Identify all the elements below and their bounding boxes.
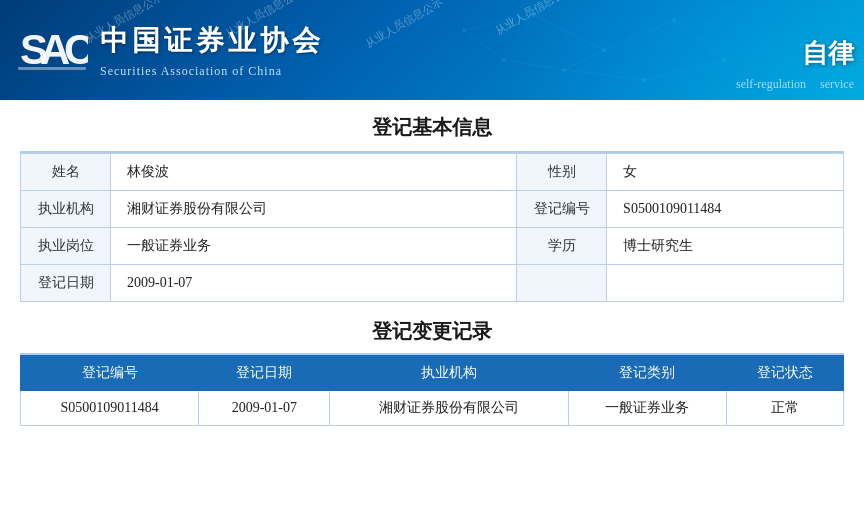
- label-institution: 执业机构: [21, 191, 111, 228]
- table-row: 姓名 林俊波 性别 女: [21, 154, 844, 191]
- svg-line-16: [504, 15, 534, 60]
- label-empty: [517, 265, 607, 302]
- records-header-row: 登记编号 登记日期 执业机构 登记类别 登记状态: [21, 356, 844, 391]
- value-institution: 湘财证券股份有限公司: [111, 191, 517, 228]
- service-link[interactable]: service: [820, 77, 854, 92]
- records-section: 登记变更记录 登记编号 登记日期 执业机构 登记类别 登记状态 S0500109…: [20, 308, 844, 426]
- records-title: 登记变更记录: [20, 308, 844, 355]
- label-name: 姓名: [21, 154, 111, 191]
- page-header: S A C 中国证券业协会 Securities Association of …: [0, 0, 864, 100]
- table-cell: S0500109011484: [21, 391, 199, 426]
- table-row: 登记日期 2009-01-07: [21, 265, 844, 302]
- value-reg-date: 2009-01-07: [111, 265, 517, 302]
- records-table: 登记编号 登记日期 执业机构 登记类别 登记状态 S05001090114842…: [20, 355, 844, 426]
- svg-line-14: [564, 70, 644, 80]
- table-row: S05001090114842009-01-07湘财证券股份有限公司一般证券业务…: [21, 391, 844, 426]
- svg-line-13: [504, 60, 564, 70]
- table-cell: 湘财证券股份有限公司: [330, 391, 569, 426]
- basic-info-table: 姓名 林俊波 性别 女 执业机构 湘财证券股份有限公司 登记编号 S050010…: [20, 153, 844, 302]
- col-reg-date: 登记日期: [199, 356, 330, 391]
- svg-line-15: [564, 50, 604, 70]
- table-cell: 正常: [726, 391, 843, 426]
- svg-line-8: [464, 15, 534, 30]
- col-institution: 执业机构: [330, 356, 569, 391]
- table-row: 执业机构 湘财证券股份有限公司 登记编号 S0500109011484: [21, 191, 844, 228]
- label-reg-no: 登记编号: [517, 191, 607, 228]
- header-slogan: 自律: [802, 36, 854, 71]
- label-position: 执业岗位: [21, 228, 111, 265]
- org-name-cn: 中国证券业协会: [100, 22, 324, 60]
- header-right: 自律 self-regulation service: [644, 0, 864, 100]
- label-gender: 性别: [517, 154, 607, 191]
- value-reg-no: S0500109011484: [607, 191, 844, 228]
- value-position: 一般证券业务: [111, 228, 517, 265]
- svg-line-9: [534, 15, 604, 50]
- value-empty: [607, 265, 844, 302]
- svg-line-12: [464, 30, 504, 60]
- main-content: 登记基本信息 姓名 林俊波 性别 女 执业机构 湘财证券股份有限公司 登记编号 …: [0, 100, 864, 426]
- svg-rect-21: [18, 67, 86, 70]
- table-cell: 2009-01-07: [199, 391, 330, 426]
- basic-info-title: 登记基本信息: [20, 100, 844, 153]
- col-reg-no: 登记编号: [21, 356, 199, 391]
- org-name-en: Securities Association of China: [100, 64, 324, 79]
- table-row: 执业岗位 一般证券业务 学历 博士研究生: [21, 228, 844, 265]
- col-reg-status: 登记状态: [726, 356, 843, 391]
- header-links: self-regulation service: [736, 77, 854, 92]
- table-cell: 一般证券业务: [568, 391, 726, 426]
- org-name: 中国证券业协会 Securities Association of China: [100, 22, 324, 79]
- sac-logo-icon: S A C: [18, 20, 88, 80]
- value-name: 林俊波: [111, 154, 517, 191]
- value-education: 博士研究生: [607, 228, 844, 265]
- logo-area: S A C 中国证券业协会 Securities Association of …: [0, 20, 324, 80]
- col-reg-type: 登记类别: [568, 356, 726, 391]
- label-education: 学历: [517, 228, 607, 265]
- value-gender: 女: [607, 154, 844, 191]
- self-regulation-link[interactable]: self-regulation: [736, 77, 806, 92]
- slogan-text: 自律: [802, 36, 854, 71]
- svg-text:C: C: [64, 26, 88, 73]
- label-reg-date: 登记日期: [21, 265, 111, 302]
